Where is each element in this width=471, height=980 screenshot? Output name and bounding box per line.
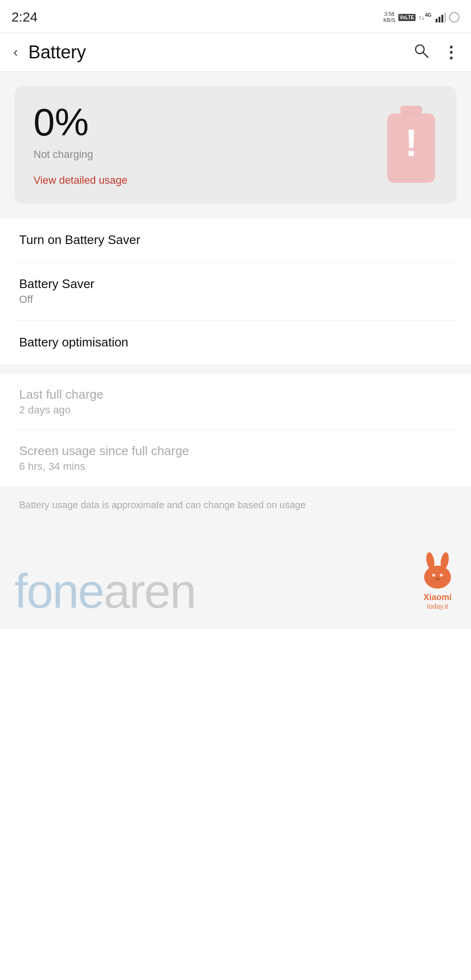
- menu-section: Turn on Battery Saver Battery Saver Off …: [0, 218, 471, 364]
- battery-optimisation-item[interactable]: Battery optimisation: [14, 321, 457, 364]
- signal-bars-icon: [436, 12, 446, 22]
- svg-text:!: !: [405, 122, 418, 164]
- turn-on-battery-saver-title: Turn on Battery Saver: [19, 233, 452, 247]
- battery-percent: 0%: [33, 103, 128, 142]
- svg-text:↑↓: ↑↓: [418, 14, 425, 21]
- battery-icon-container: !: [385, 107, 438, 183]
- search-icon[interactable]: [413, 43, 429, 62]
- watermark-fone: fone: [14, 564, 104, 618]
- svg-rect-5: [444, 13, 446, 22]
- svg-rect-3: [438, 17, 440, 22]
- watermark-arena: aren: [104, 564, 196, 618]
- last-full-charge-item: Last full charge 2 days ago: [14, 374, 457, 430]
- battery-saver-title: Battery Saver: [19, 277, 452, 291]
- watermark-section: fonearen Xiaomi today.it: [0, 524, 471, 629]
- footer-note: Battery usage data is approximate and ca…: [0, 486, 471, 524]
- screen-usage-title: Screen usage since full charge: [19, 444, 452, 458]
- battery-card: 0% Not charging View detailed usage !: [14, 86, 457, 204]
- status-speed: 3:58 KB/S: [383, 11, 395, 23]
- svg-text:4G: 4G: [425, 12, 432, 18]
- svg-point-15: [440, 574, 443, 577]
- battery-optimisation-title: Battery optimisation: [19, 335, 452, 350]
- info-section: Last full charge 2 days ago Screen usage…: [0, 374, 471, 486]
- svg-rect-4: [441, 15, 443, 22]
- app-bar-actions: ⋮: [413, 43, 460, 62]
- network-icon: ↑↓ 4G: [418, 12, 433, 22]
- svg-point-13: [424, 566, 451, 589]
- app-bar: ‹ Battery ⋮: [0, 33, 471, 71]
- last-full-charge-value: 2 days ago: [19, 404, 452, 416]
- status-time: 2:24: [11, 10, 38, 25]
- content-area: 0% Not charging View detailed usage !: [0, 72, 471, 204]
- status-icons: 3:58 KB/S VoLTE ↑↓ 4G: [383, 11, 460, 23]
- more-options-icon[interactable]: ⋮: [443, 43, 460, 62]
- battery-saver-subtitle: Off: [19, 293, 452, 306]
- battery-info: 0% Not charging View detailed usage: [33, 103, 128, 187]
- back-button[interactable]: ‹: [11, 43, 20, 62]
- spacer-2: [0, 364, 471, 374]
- battery-charging-status: Not charging: [33, 148, 128, 161]
- svg-point-16: [435, 578, 440, 580]
- turn-on-battery-saver-item[interactable]: Turn on Battery Saver: [14, 218, 457, 262]
- xiaomi-bunny-icon: [418, 552, 457, 590]
- app-bar-left: ‹ Battery: [11, 42, 86, 63]
- watermark-text: fonearen: [14, 567, 196, 615]
- page-title: Battery: [28, 42, 86, 63]
- last-full-charge-title: Last full charge: [19, 387, 452, 402]
- svg-line-7: [423, 53, 428, 57]
- volte-badge: VoLTE: [398, 14, 416, 21]
- svg-point-14: [432, 574, 435, 577]
- xiaomi-sub-label: today.it: [427, 602, 448, 610]
- battery-low-icon: !: [385, 106, 438, 185]
- status-bar: 2:24 3:58 KB/S VoLTE ↑↓ 4G: [0, 0, 471, 33]
- svg-rect-2: [436, 19, 438, 22]
- footer-note-text: Battery usage data is approximate and ca…: [19, 500, 306, 510]
- screen-usage-item: Screen usage since full charge 6 hrs, 34…: [14, 430, 457, 486]
- battery-saver-item[interactable]: Battery Saver Off: [14, 262, 457, 321]
- spacer-1: [0, 204, 471, 218]
- battery-status-icon: [449, 12, 460, 22]
- svg-rect-8: [400, 106, 422, 114]
- view-detailed-usage-link[interactable]: View detailed usage: [33, 174, 128, 187]
- xiaomi-brand-label: Xiaomi: [423, 592, 451, 602]
- screen-usage-value: 6 hrs, 34 mins: [19, 460, 452, 473]
- xiaomi-logo: Xiaomi today.it: [418, 552, 457, 610]
